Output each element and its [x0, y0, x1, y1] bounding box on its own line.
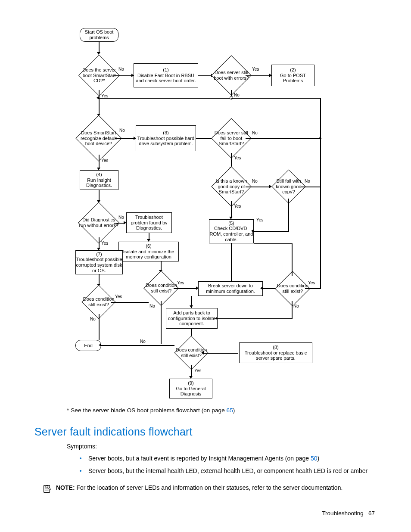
- fc-trouble-spare: (8) Troubleshoot or replace basic server…: [239, 342, 312, 363]
- list-item: Server boots, but the internal health LE…: [80, 467, 377, 475]
- fc-trouble-os: (7) Troubleshoot possible corrupted syst…: [75, 250, 123, 274]
- fc-break-min: Break server down to minimum configurati…: [198, 281, 263, 296]
- lbl-no: No: [118, 215, 124, 220]
- lbl-no: No: [234, 93, 240, 97]
- fc-disable-fastboot: (1) Disable Fast Boot in RBSU and check …: [134, 63, 198, 87]
- page-footer: Troubleshooting 67: [322, 510, 375, 516]
- section-title: Server fault indications flowchart: [34, 426, 193, 438]
- lbl-yes: Yes: [256, 218, 263, 222]
- fc-run-insight: (4) Run Insight Diagnostics.: [80, 170, 118, 190]
- lbl-no: No: [252, 131, 258, 135]
- fc-trouble-diag: Troubleshoot problem found by Diagnostic…: [126, 212, 172, 233]
- bullet-icon: [80, 470, 81, 472]
- page-link[interactable]: 50: [311, 455, 318, 462]
- lbl-yes: Yes: [234, 156, 241, 160]
- lbl-yes: Yes: [252, 67, 259, 72]
- symptoms-label: Symptoms:: [67, 443, 97, 450]
- lbl-yes: Yes: [177, 280, 184, 285]
- footnote: * See the server blade OS boot problems …: [67, 407, 235, 414]
- symptom-list: Server boots, but a fault event is repor…: [80, 454, 377, 479]
- lbl-yes: Yes: [308, 280, 315, 285]
- lbl-no: No: [149, 304, 155, 308]
- lbl-no: No: [140, 339, 146, 344]
- lbl-yes: Yes: [194, 368, 201, 373]
- lbl-no: No: [90, 317, 96, 321]
- fc-goto-general: (9) Go to General Diagnosis: [169, 379, 212, 398]
- lbl-yes: Yes: [234, 204, 241, 208]
- lbl-no: No: [119, 128, 125, 133]
- flowchart-area: Start OS boot problems Does the server b…: [67, 28, 334, 403]
- fc-goto-post: (2) Go to POST Problems: [271, 65, 314, 86]
- lbl-no: No: [305, 179, 310, 184]
- bullet-icon: [80, 457, 81, 459]
- note-text: For the location of server LEDs and info…: [75, 484, 343, 491]
- note-block: NOTE: For the location of server LEDs an…: [42, 484, 383, 494]
- lbl-yes: Yes: [101, 158, 108, 163]
- fc-isolate-mem: (6) Isolate and minimize the memory conf…: [118, 242, 179, 261]
- lbl-no: No: [252, 179, 258, 184]
- fc-check-cd: (5) Check CD/DVD-ROM, controller, and ca…: [209, 219, 254, 243]
- note-label: NOTE:: [56, 484, 75, 491]
- note-icon: [42, 484, 52, 494]
- lbl-no: No: [118, 67, 124, 72]
- fc-end: End: [75, 340, 101, 351]
- footnote-link[interactable]: 65: [227, 407, 233, 414]
- fc-troubleshoot-hdd: (3) Troubleshoot possible hard drive sub…: [136, 125, 196, 151]
- fc-add-parts: Add parts back to configuration to isola…: [166, 308, 218, 329]
- lbl-no: No: [293, 304, 299, 308]
- fc-start: Start OS boot problems: [80, 28, 118, 42]
- lbl-yes: Yes: [101, 241, 108, 246]
- list-item: Server boots, but a fault event is repor…: [80, 454, 377, 463]
- lbl-yes: Yes: [115, 294, 122, 299]
